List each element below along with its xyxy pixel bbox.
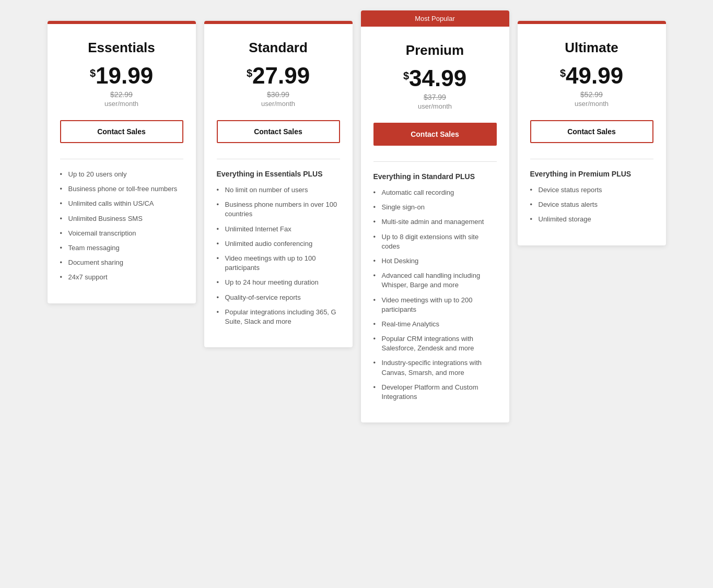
- section-header-ultimate: Everything in Premium PLUS: [530, 170, 653, 178]
- section-header-premium: Everything in Standard PLUS: [373, 172, 497, 181]
- price-currency: $: [560, 67, 566, 79]
- price-currency: $: [247, 67, 252, 79]
- feature-item: Hot Desking: [373, 256, 497, 266]
- feature-list-premium: Automatic call recordingSingle sign-onMu…: [373, 188, 497, 402]
- plan-name-premium: Premium: [373, 42, 497, 58]
- price-amount: 27.99: [252, 63, 310, 88]
- divider: [373, 161, 497, 162]
- per-month-premium: user/month: [373, 102, 497, 110]
- per-month-ultimate: user/month: [530, 100, 653, 108]
- price-currency: $: [90, 67, 96, 79]
- plan-content-essentials: Essentials $19.99 $22.99 user/month Cont…: [48, 24, 196, 303]
- feature-item: Voicemail transcription: [60, 229, 183, 238]
- feature-item: Multi-site admin and management: [373, 217, 497, 227]
- plan-content-standard: Standard $27.99 $30.99 user/month Contac…: [204, 24, 353, 347]
- divider: [530, 159, 653, 159]
- plan-price-essentials: $19.99: [60, 64, 183, 87]
- plan-price-premium: $34.99: [373, 67, 497, 90]
- feature-item: Team messaging: [60, 243, 183, 253]
- feature-item: No limit on number of users: [217, 185, 340, 195]
- cta-button-ultimate[interactable]: Contact Sales: [530, 120, 653, 143]
- plan-content-ultimate: Ultimate $49.99 $52.99 user/month Contac…: [518, 24, 666, 245]
- feature-item: Industry-specific integrations with Canv…: [373, 358, 497, 377]
- plan-name-ultimate: Ultimate: [530, 40, 653, 56]
- original-price-essentials: $22.99: [60, 90, 183, 99]
- pricing-container: Essentials $19.99 $22.99 user/month Cont…: [43, 10, 670, 422]
- divider: [217, 159, 340, 159]
- per-month-standard: user/month: [217, 100, 340, 108]
- feature-item: Quality-of-service reports: [217, 293, 340, 302]
- original-price-ultimate: $52.99: [530, 90, 653, 99]
- plan-price-ultimate: $49.99: [530, 64, 653, 87]
- price-amount: 19.99: [96, 63, 153, 88]
- feature-item: Unlimited audio conferencing: [217, 239, 340, 249]
- feature-item: 24x7 support: [60, 273, 183, 282]
- price-amount: 34.99: [409, 65, 466, 91]
- feature-item: Device status reports: [530, 185, 653, 195]
- price-currency: $: [403, 70, 409, 82]
- cta-button-essentials[interactable]: Contact Sales: [60, 120, 183, 143]
- cta-button-standard[interactable]: Contact Sales: [217, 120, 340, 143]
- divider: [60, 159, 183, 159]
- feature-item: Business phone or toll-free numbers: [60, 184, 183, 194]
- plan-name-essentials: Essentials: [60, 40, 183, 56]
- plan-price-standard: $27.99: [217, 64, 340, 87]
- feature-item: Unlimited Internet Fax: [217, 225, 340, 234]
- plan-name-standard: Standard: [217, 40, 340, 56]
- feature-item: Popular CRM integrations with Salesforce…: [373, 334, 497, 353]
- feature-item: Device status alerts: [530, 200, 653, 209]
- feature-item: Up to 24 hour meeting duration: [217, 278, 340, 287]
- feature-list-essentials: Up to 20 users onlyBusiness phone or tol…: [60, 170, 183, 283]
- feature-list-ultimate: Device status reportsDevice status alert…: [530, 185, 653, 225]
- most-popular-badge: Most Popular: [361, 10, 509, 27]
- cta-button-premium[interactable]: Contact Sales: [373, 123, 497, 146]
- original-price-premium: $37.99: [373, 93, 497, 101]
- section-header-standard: Everything in Essentials PLUS: [217, 170, 340, 178]
- plan-card-standard: Standard $27.99 $30.99 user/month Contac…: [204, 21, 353, 347]
- plan-card-ultimate: Ultimate $49.99 $52.99 user/month Contac…: [518, 21, 666, 245]
- plan-card-essentials: Essentials $19.99 $22.99 user/month Cont…: [48, 21, 196, 303]
- feature-list-standard: No limit on number of usersBusiness phon…: [217, 185, 340, 326]
- feature-item: Unlimited calls within US/CA: [60, 199, 183, 208]
- plan-card-premium: Most Popular Premium $34.99 $37.99 user/…: [361, 10, 509, 422]
- feature-item: Business phone numbers in over 100 count…: [217, 200, 340, 219]
- feature-item: Up to 8 digit extensions with site codes: [373, 232, 497, 251]
- feature-item: Advanced call handling including Whisper…: [373, 271, 497, 290]
- feature-item: Unlimited storage: [530, 215, 653, 224]
- feature-item: Single sign-on: [373, 203, 497, 212]
- feature-item: Video meetings with up to 200 participan…: [373, 296, 497, 314]
- feature-item: Unlimited Business SMS: [60, 214, 183, 224]
- feature-item: Video meetings with up to 100 participan…: [217, 254, 340, 273]
- feature-item: Real-time Analytics: [373, 320, 497, 329]
- feature-item: Document sharing: [60, 258, 183, 267]
- price-amount: 49.99: [566, 63, 623, 88]
- feature-item: Popular integrations including 365, G Su…: [217, 308, 340, 326]
- feature-item: Automatic call recording: [373, 188, 497, 197]
- original-price-standard: $30.99: [217, 90, 340, 99]
- per-month-essentials: user/month: [60, 100, 183, 108]
- feature-item: Developer Platform and Custom Integratio…: [373, 383, 497, 402]
- feature-item: Up to 20 users only: [60, 170, 183, 179]
- plan-content-premium: Premium $34.99 $37.99 user/month Contact…: [361, 27, 509, 422]
